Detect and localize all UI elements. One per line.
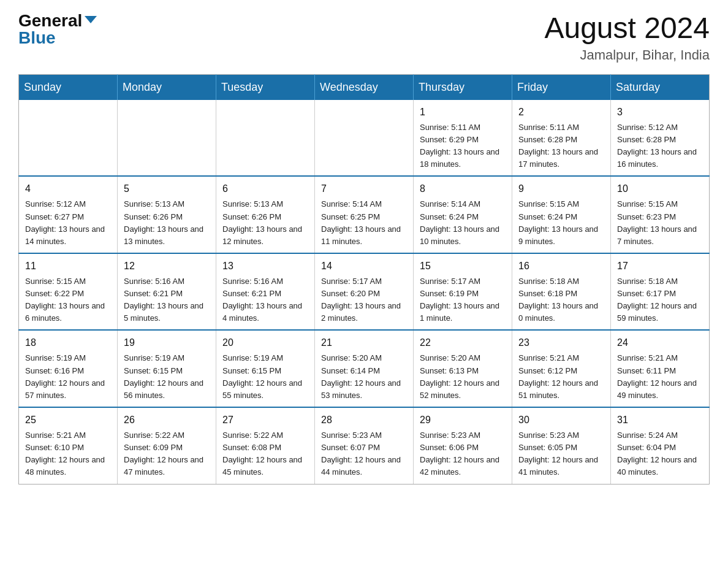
day-info: Sunrise: 5:15 AM Sunset: 6:24 PM Dayligh… xyxy=(518,198,604,248)
calendar-header-row: SundayMondayTuesdayWednesdayThursdayFrid… xyxy=(19,74,710,100)
day-info: Sunrise: 5:18 AM Sunset: 6:18 PM Dayligh… xyxy=(518,275,604,325)
calendar-day-cell: 23Sunrise: 5:21 AM Sunset: 6:12 PM Dayli… xyxy=(512,330,611,407)
day-info: Sunrise: 5:19 AM Sunset: 6:15 PM Dayligh… xyxy=(222,352,308,402)
calendar-table: SundayMondayTuesdayWednesdayThursdayFrid… xyxy=(18,74,710,484)
day-number: 12 xyxy=(124,259,210,274)
location-title: Jamalpur, Bihar, India xyxy=(544,47,710,63)
calendar-day-cell: 10Sunrise: 5:15 AM Sunset: 6:23 PM Dayli… xyxy=(611,176,710,253)
day-info: Sunrise: 5:24 AM Sunset: 6:04 PM Dayligh… xyxy=(617,429,703,479)
calendar-day-cell: 15Sunrise: 5:17 AM Sunset: 6:19 PM Dayli… xyxy=(414,253,512,331)
day-info: Sunrise: 5:21 AM Sunset: 6:11 PM Dayligh… xyxy=(617,352,703,402)
calendar-header-monday: Monday xyxy=(118,74,216,100)
calendar-day-cell: 3Sunrise: 5:12 AM Sunset: 6:28 PM Daylig… xyxy=(611,100,710,177)
day-number: 13 xyxy=(222,259,308,274)
day-info: Sunrise: 5:12 AM Sunset: 6:28 PM Dayligh… xyxy=(617,121,703,171)
day-info: Sunrise: 5:23 AM Sunset: 6:05 PM Dayligh… xyxy=(518,429,604,479)
calendar-day-cell xyxy=(315,100,414,177)
day-info: Sunrise: 5:15 AM Sunset: 6:23 PM Dayligh… xyxy=(617,198,703,248)
calendar-day-cell: 24Sunrise: 5:21 AM Sunset: 6:11 PM Dayli… xyxy=(611,330,710,407)
day-number: 2 xyxy=(518,105,604,120)
day-number: 8 xyxy=(420,182,506,196)
page-header: General Blue August 2024 Jamalpur, Bihar… xyxy=(18,12,710,63)
day-number: 1 xyxy=(420,105,506,120)
calendar-day-cell: 7Sunrise: 5:14 AM Sunset: 6:25 PM Daylig… xyxy=(315,176,414,253)
day-number: 20 xyxy=(222,335,308,350)
day-info: Sunrise: 5:23 AM Sunset: 6:07 PM Dayligh… xyxy=(321,429,407,479)
logo-general-text: General xyxy=(18,12,82,29)
calendar-day-cell: 16Sunrise: 5:18 AM Sunset: 6:18 PM Dayli… xyxy=(512,253,611,331)
day-number: 5 xyxy=(124,182,210,196)
calendar-day-cell: 26Sunrise: 5:22 AM Sunset: 6:09 PM Dayli… xyxy=(118,407,216,484)
day-info: Sunrise: 5:15 AM Sunset: 6:22 PM Dayligh… xyxy=(25,275,111,325)
title-block: August 2024 Jamalpur, Bihar, India xyxy=(544,12,710,63)
calendar-day-cell: 2Sunrise: 5:11 AM Sunset: 6:28 PM Daylig… xyxy=(512,100,611,177)
calendar-header-friday: Friday xyxy=(512,74,611,100)
day-info: Sunrise: 5:22 AM Sunset: 6:09 PM Dayligh… xyxy=(124,429,210,479)
day-number: 7 xyxy=(321,182,407,196)
day-info: Sunrise: 5:13 AM Sunset: 6:26 PM Dayligh… xyxy=(222,198,308,248)
calendar-day-cell: 1Sunrise: 5:11 AM Sunset: 6:29 PM Daylig… xyxy=(414,100,512,177)
day-number: 15 xyxy=(420,259,506,274)
day-number: 11 xyxy=(25,259,111,274)
logo-blue-text: Blue xyxy=(18,29,56,47)
calendar-day-cell: 29Sunrise: 5:23 AM Sunset: 6:06 PM Dayli… xyxy=(414,407,512,484)
day-info: Sunrise: 5:19 AM Sunset: 6:15 PM Dayligh… xyxy=(124,352,210,402)
month-title: August 2024 xyxy=(544,12,710,45)
day-number: 19 xyxy=(124,335,210,350)
day-number: 31 xyxy=(617,413,703,427)
calendar-week-row: 11Sunrise: 5:15 AM Sunset: 6:22 PM Dayli… xyxy=(19,253,710,331)
day-info: Sunrise: 5:17 AM Sunset: 6:20 PM Dayligh… xyxy=(321,275,407,325)
day-info: Sunrise: 5:20 AM Sunset: 6:14 PM Dayligh… xyxy=(321,352,407,402)
day-number: 30 xyxy=(518,413,604,427)
calendar-day-cell: 14Sunrise: 5:17 AM Sunset: 6:20 PM Dayli… xyxy=(315,253,414,331)
day-number: 18 xyxy=(25,335,111,350)
day-number: 9 xyxy=(518,182,604,196)
calendar-day-cell: 9Sunrise: 5:15 AM Sunset: 6:24 PM Daylig… xyxy=(512,176,611,253)
calendar-week-row: 18Sunrise: 5:19 AM Sunset: 6:16 PM Dayli… xyxy=(19,330,710,407)
calendar-header-wednesday: Wednesday xyxy=(315,74,414,100)
day-number: 16 xyxy=(518,259,604,274)
day-info: Sunrise: 5:11 AM Sunset: 6:28 PM Dayligh… xyxy=(518,121,604,171)
day-number: 10 xyxy=(617,182,703,196)
day-number: 3 xyxy=(617,105,703,120)
calendar-header-saturday: Saturday xyxy=(611,74,710,100)
calendar-day-cell xyxy=(118,100,216,177)
day-info: Sunrise: 5:17 AM Sunset: 6:19 PM Dayligh… xyxy=(420,275,506,325)
day-number: 29 xyxy=(420,413,506,427)
calendar-day-cell: 20Sunrise: 5:19 AM Sunset: 6:15 PM Dayli… xyxy=(216,330,315,407)
calendar-day-cell: 21Sunrise: 5:20 AM Sunset: 6:14 PM Dayli… xyxy=(315,330,414,407)
calendar-day-cell: 17Sunrise: 5:18 AM Sunset: 6:17 PM Dayli… xyxy=(611,253,710,331)
logo-arrow-icon xyxy=(85,16,97,23)
day-info: Sunrise: 5:22 AM Sunset: 6:08 PM Dayligh… xyxy=(222,429,308,479)
calendar-day-cell: 11Sunrise: 5:15 AM Sunset: 6:22 PM Dayli… xyxy=(19,253,118,331)
day-number: 28 xyxy=(321,413,407,427)
day-number: 21 xyxy=(321,335,407,350)
calendar-day-cell: 13Sunrise: 5:16 AM Sunset: 6:21 PM Dayli… xyxy=(216,253,315,331)
day-number: 25 xyxy=(25,413,111,427)
calendar-day-cell xyxy=(216,100,315,177)
calendar-day-cell: 25Sunrise: 5:21 AM Sunset: 6:10 PM Dayli… xyxy=(19,407,118,484)
day-info: Sunrise: 5:16 AM Sunset: 6:21 PM Dayligh… xyxy=(222,275,308,325)
calendar-day-cell: 6Sunrise: 5:13 AM Sunset: 6:26 PM Daylig… xyxy=(216,176,315,253)
day-number: 6 xyxy=(222,182,308,196)
day-info: Sunrise: 5:14 AM Sunset: 6:25 PM Dayligh… xyxy=(321,198,407,248)
calendar-week-row: 4Sunrise: 5:12 AM Sunset: 6:27 PM Daylig… xyxy=(19,176,710,253)
day-info: Sunrise: 5:21 AM Sunset: 6:10 PM Dayligh… xyxy=(25,429,111,479)
calendar-day-cell: 28Sunrise: 5:23 AM Sunset: 6:07 PM Dayli… xyxy=(315,407,414,484)
day-info: Sunrise: 5:12 AM Sunset: 6:27 PM Dayligh… xyxy=(25,198,111,248)
day-number: 27 xyxy=(222,413,308,427)
day-info: Sunrise: 5:11 AM Sunset: 6:29 PM Dayligh… xyxy=(420,121,506,171)
day-info: Sunrise: 5:19 AM Sunset: 6:16 PM Dayligh… xyxy=(25,352,111,402)
day-number: 23 xyxy=(518,335,604,350)
calendar-week-row: 25Sunrise: 5:21 AM Sunset: 6:10 PM Dayli… xyxy=(19,407,710,484)
calendar-day-cell: 5Sunrise: 5:13 AM Sunset: 6:26 PM Daylig… xyxy=(118,176,216,253)
day-number: 17 xyxy=(617,259,703,274)
calendar-day-cell: 31Sunrise: 5:24 AM Sunset: 6:04 PM Dayli… xyxy=(611,407,710,484)
calendar-day-cell: 18Sunrise: 5:19 AM Sunset: 6:16 PM Dayli… xyxy=(19,330,118,407)
calendar-day-cell: 22Sunrise: 5:20 AM Sunset: 6:13 PM Dayli… xyxy=(414,330,512,407)
day-number: 22 xyxy=(420,335,506,350)
calendar-day-cell: 4Sunrise: 5:12 AM Sunset: 6:27 PM Daylig… xyxy=(19,176,118,253)
day-info: Sunrise: 5:16 AM Sunset: 6:21 PM Dayligh… xyxy=(124,275,210,325)
calendar-day-cell xyxy=(19,100,118,177)
calendar-day-cell: 12Sunrise: 5:16 AM Sunset: 6:21 PM Dayli… xyxy=(118,253,216,331)
